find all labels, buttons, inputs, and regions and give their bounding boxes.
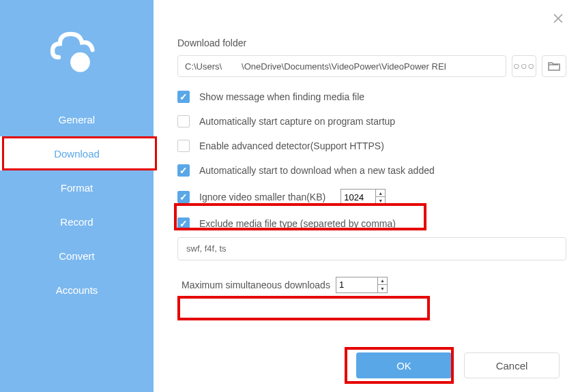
sidebar-item-convert[interactable]: Convert [0, 239, 154, 273]
max-downloads-label: Maximum simultaneous downloads [182, 280, 330, 290]
max-downloads-up[interactable]: ▲ [378, 277, 387, 285]
sidebar-item-download[interactable]: Download [0, 136, 154, 170]
download-folder-input[interactable] [177, 55, 506, 77]
folder-icon [548, 61, 560, 71]
browse-folder-button[interactable] [542, 55, 566, 77]
cancel-button[interactable]: Cancel [464, 352, 560, 378]
sidebar-item-general[interactable]: General [0, 102, 154, 136]
highlight-annotation [177, 296, 430, 320]
more-options-button[interactable]: ○○○ [512, 55, 536, 77]
close-icon[interactable] [550, 10, 566, 27]
ignore-video-checkbox[interactable]: ✓ [177, 191, 190, 203]
ok-button[interactable]: OK [356, 352, 452, 378]
exclude-media-checkbox[interactable]: ✓ [177, 217, 190, 230]
ignore-video-down[interactable]: ▼ [376, 197, 385, 205]
auto-download-row: ✓ Automatically start to download when a… [177, 164, 566, 177]
show-message-row: ✓ Show message when finding media file [177, 91, 566, 103]
ignore-video-input[interactable] [341, 190, 375, 205]
folder-row: ○○○ [177, 55, 566, 77]
exclude-media-input[interactable] [177, 237, 566, 260]
sidebar-item-format[interactable]: Format [0, 170, 154, 205]
auto-download-label: Automatically start to download when a n… [199, 165, 435, 176]
max-downloads-spinner: ▲ ▼ [336, 277, 388, 293]
logo-area [0, 0, 154, 102]
sidebar-item-record[interactable]: Record [0, 205, 154, 239]
advanced-detector-checkbox[interactable] [177, 140, 190, 152]
svg-point-0 [70, 52, 90, 72]
show-message-label: Show message when finding media file [199, 91, 364, 102]
exclude-media-label: Exclude media file type (separeted by co… [199, 218, 396, 229]
max-downloads-input[interactable] [336, 277, 377, 292]
exclude-media-row: ✓ Exclude media file type (separeted by … [177, 217, 566, 230]
advanced-detector-row: Enable advanced detector(Support HTTPS) [177, 140, 566, 152]
sidebar-item-accounts[interactable]: Accounts [0, 273, 154, 307]
footer-buttons: OK Cancel [356, 352, 560, 378]
ignore-video-spinner: ▲ ▼ [340, 189, 386, 205]
auto-start-capture-checkbox[interactable] [177, 115, 190, 127]
cloud-logo-icon [46, 20, 108, 82]
show-message-checkbox[interactable]: ✓ [177, 91, 190, 103]
sidebar: General Download Format Record Convert A… [0, 0, 154, 392]
max-downloads-row: Maximum simultaneous downloads ▲ ▼ [177, 274, 566, 296]
ignore-video-label: Ignore video smaller than(KB) [199, 192, 325, 202]
auto-start-capture-row: Automatically start capture on program s… [177, 115, 566, 127]
ignore-video-row: ✓ Ignore video smaller than(KB) ▲ ▼ [177, 189, 566, 205]
auto-download-checkbox[interactable]: ✓ [177, 164, 190, 177]
download-folder-label: Download folder [177, 37, 566, 48]
auto-start-capture-label: Automatically start capture on program s… [199, 116, 395, 127]
ignore-video-up[interactable]: ▲ [376, 190, 385, 197]
max-downloads-down[interactable]: ▼ [378, 285, 387, 292]
settings-content: Download folder ○○○ ✓ Show message when … [177, 37, 566, 296]
ellipsis-icon: ○○○ [513, 60, 535, 72]
advanced-detector-label: Enable advanced detector(Support HTTPS) [199, 140, 384, 151]
